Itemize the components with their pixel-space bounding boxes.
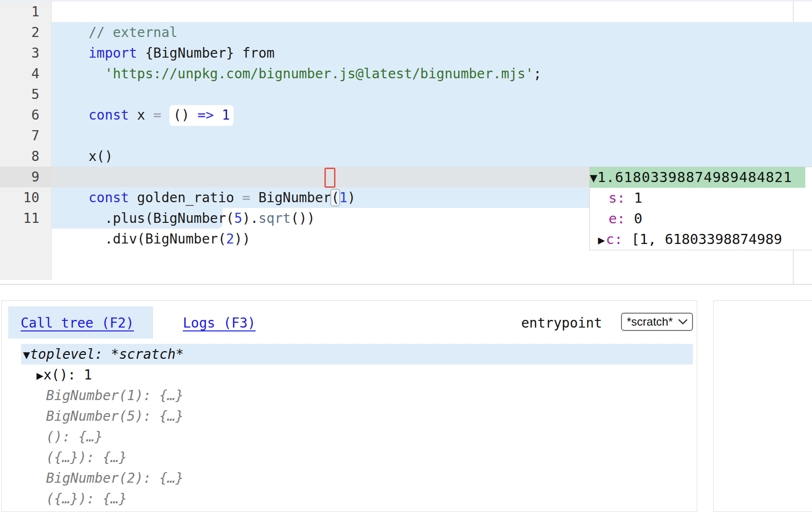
- matching-bracket-highlight: (: [330, 189, 340, 207]
- line-number: 11: [0, 208, 39, 229]
- field-key: e:: [609, 210, 625, 227]
- code-token: x(): [88, 148, 113, 164]
- object-field-e: e:0: [590, 208, 642, 229]
- code-line[interactable]: .div(BigNumber(2)): [56, 208, 251, 229]
- call-tree-row[interactable]: BigNumber(2): {…}: [2, 468, 698, 488]
- call-tree-row[interactable]: ▶x(): 1: [2, 365, 698, 385]
- call-label: ({…}): {…}: [46, 491, 127, 507]
- code-token: (): [173, 107, 198, 123]
- call-label: toplevel: *scratch*: [30, 346, 183, 362]
- code-line[interactable]: import {BigNumber} from: [56, 22, 275, 43]
- code-token: [214, 107, 222, 123]
- code-line[interactable]: .plus(BigNumber(5).sqrt()): [56, 187, 315, 208]
- expand-triangle-icon[interactable]: ▶: [36, 369, 43, 382]
- number-token: 2: [226, 231, 234, 247]
- line-number: 3: [0, 43, 39, 63]
- line-number: 6: [0, 105, 39, 125]
- call-label: BigNumber(2): {…}: [46, 470, 184, 486]
- code-line[interactable]: // external: [56, 1, 178, 22]
- call-tree-row[interactable]: ({…}): {…}: [2, 488, 698, 509]
- object-field-c[interactable]: ▶c:[1, 61803398874989: [590, 229, 782, 250]
- object-field-s: s:1: [590, 188, 642, 208]
- code-line[interactable]: x(): [56, 125, 113, 146]
- field-value: 1: [634, 190, 642, 206]
- call-tree-row[interactable]: BigNumber(1): {…}: [2, 385, 698, 406]
- string-token: 'https://unpkg.com/bignumber.js@latest/b…: [105, 66, 533, 82]
- call-tree-row-toplevel[interactable]: ▼toplevel: *scratch*: [21, 344, 693, 365]
- code-token: .div(BigNumber(: [88, 231, 226, 247]
- unexecuted-expression-highlight: () => 1: [169, 105, 234, 126]
- collapse-triangle-icon[interactable]: ▼: [590, 171, 597, 185]
- number-token: 1: [222, 107, 230, 123]
- code-line[interactable]: const golden_ratio = BigNumber(1): [56, 167, 356, 187]
- property-token: sqrt: [258, 210, 290, 226]
- code-line[interactable]: const x = () => 1: [56, 84, 234, 105]
- call-label: ({…}): {…}: [46, 450, 127, 465]
- line-number: 7: [0, 125, 39, 146]
- result-value: 1.61803398874989484821: [597, 169, 792, 185]
- call-tree: ▼toplevel: *scratch* ▶x(): 1 BigNumber(1…: [2, 344, 698, 509]
- chevron-down-icon: [678, 319, 688, 325]
- expand-triangle-icon[interactable]: ▶: [598, 233, 605, 247]
- code-token: x: [129, 107, 154, 123]
- code-token: [88, 66, 105, 82]
- tab-logs[interactable]: Logs (F3): [183, 313, 256, 333]
- line-number: 8: [0, 146, 39, 167]
- entrypoint-selected-value: *scratch*: [627, 315, 673, 329]
- entrypoint-select[interactable]: *scratch*: [621, 313, 693, 331]
- call-tree-row[interactable]: BigNumber(5): {…}: [2, 406, 698, 427]
- side-panel: [713, 300, 812, 512]
- arrow-token: =>: [198, 107, 214, 123]
- tab-call-tree[interactable]: Call tree (F2): [21, 313, 134, 333]
- entrypoint-label: entrypoint: [521, 313, 602, 333]
- line-number: 10: [0, 187, 39, 208]
- line-number: 9: [0, 167, 39, 187]
- field-key: s:: [609, 190, 625, 206]
- result-value-row[interactable]: ▼1.61803398874989484821: [590, 167, 805, 188]
- call-tree-row[interactable]: (): {…}: [2, 427, 698, 447]
- call-label: (): {…}: [46, 429, 103, 445]
- call-label: BigNumber(5): {…}: [46, 408, 184, 424]
- code-token: ): [347, 190, 356, 206]
- line-number: 5: [0, 84, 39, 105]
- line-number: 1: [0, 1, 39, 22]
- code-token: )): [234, 231, 251, 247]
- column-ruler: [793, 1, 794, 22]
- call-label: x(): 1: [43, 367, 92, 383]
- operator-token: =: [153, 107, 161, 123]
- call-tree-panel: Call tree (F2) Logs (F3) entrypoint *scr…: [1, 300, 697, 512]
- field-value: [1, 61803398874989: [631, 231, 782, 247]
- keyword-token: const: [88, 107, 129, 123]
- line-number: 2: [0, 22, 39, 43]
- field-value: 0: [634, 210, 642, 227]
- field-key: c:: [606, 231, 622, 247]
- code-token: ;: [534, 66, 542, 82]
- code-editor[interactable]: 1 2 3 4 5 6 7 8 9 10 11 // external impo…: [0, 0, 812, 285]
- column-ruler: [793, 249, 794, 284]
- call-tree-row[interactable]: ({…}): {…}: [2, 447, 698, 468]
- number-token: 1: [339, 190, 347, 206]
- code-token: ()): [291, 210, 315, 226]
- code-line[interactable]: 'https://unpkg.com/bignumber.js@latest/b…: [56, 43, 541, 63]
- eval-result-tooltip: ▼1.61803398874989484821 s:1 e:0 ▶c:[1, 6…: [589, 167, 812, 250]
- text-cursor: [324, 168, 335, 188]
- line-number: 4: [0, 63, 39, 84]
- call-label: BigNumber(1): {…}: [46, 388, 184, 403]
- collapse-triangle-icon[interactable]: ▼: [23, 348, 30, 362]
- code-token: [161, 107, 169, 123]
